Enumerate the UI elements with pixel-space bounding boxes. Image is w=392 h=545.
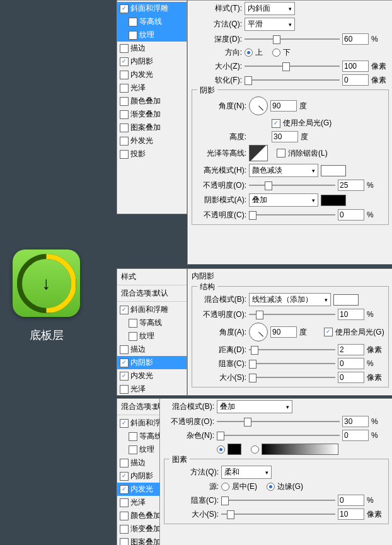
effect-item[interactable]: 内发光: [117, 68, 187, 81]
is-global-light-checkbox[interactable]: ✓: [324, 328, 333, 336]
effect-checkbox[interactable]: ✓: [120, 419, 129, 428]
antialias-checkbox[interactable]: [277, 149, 285, 158]
is-choke-input[interactable]: 0: [338, 358, 364, 369]
dir-down-radio[interactable]: [272, 49, 280, 57]
is-angle-dial[interactable]: [249, 323, 268, 341]
ig-opacity-slider[interactable]: [217, 417, 340, 426]
hl-mode-dropdown[interactable]: 颜色减淡: [249, 164, 318, 177]
effect-checkbox[interactable]: [129, 31, 137, 40]
altitude-input[interactable]: 30: [272, 131, 298, 142]
effect-item[interactable]: 光泽: [117, 81, 187, 95]
sh-mode-dropdown[interactable]: 叠加: [249, 193, 318, 207]
effect-checkbox[interactable]: ✓: [120, 57, 129, 66]
is-blend-dropdown[interactable]: 线性减淡（添加）: [249, 293, 331, 306]
depth-input[interactable]: 60: [342, 33, 369, 45]
effect-checkbox[interactable]: [120, 97, 129, 106]
angle-dial[interactable]: [249, 96, 268, 115]
size-input[interactable]: 100: [342, 60, 369, 72]
ig-edge-radio[interactable]: [267, 483, 275, 491]
effect-item[interactable]: 等高线: [117, 316, 187, 330]
effect-item[interactable]: 外发光: [117, 134, 187, 147]
blend-header[interactable]: 混合选项:默认: [117, 285, 187, 302]
effect-checkbox[interactable]: ✓: [120, 472, 129, 481]
sh-opacity-input[interactable]: 0: [338, 209, 364, 221]
is-choke-slider[interactable]: [249, 359, 335, 368]
ig-size-input[interactable]: 10: [338, 508, 364, 520]
ig-solid-radio[interactable]: [217, 445, 225, 454]
effect-item[interactable]: 渐变叠加: [117, 108, 187, 121]
hl-color-swatch[interactable]: [321, 165, 346, 176]
effect-checkbox[interactable]: [120, 84, 129, 93]
is-size-slider[interactable]: [249, 373, 335, 382]
effect-checkbox[interactable]: [120, 385, 129, 394]
dir-up-radio[interactable]: [245, 49, 253, 57]
effect-item[interactable]: 描边: [117, 343, 187, 356]
is-distance-slider[interactable]: [249, 345, 335, 354]
effect-checkbox[interactable]: [120, 498, 129, 507]
effect-checkbox[interactable]: [129, 319, 137, 328]
effect-checkbox[interactable]: [129, 18, 137, 26]
ig-center-radio[interactable]: [221, 483, 229, 491]
effect-item[interactable]: 等高线: [117, 15, 187, 28]
hl-opacity-input[interactable]: 25: [338, 180, 364, 191]
effect-checkbox[interactable]: [129, 332, 137, 341]
ig-choke-slider[interactable]: [221, 496, 335, 505]
sh-opacity-slider[interactable]: [249, 210, 335, 219]
ig-gradient-swatch[interactable]: [262, 444, 338, 455]
effect-checkbox[interactable]: [120, 137, 129, 146]
ig-choke-input[interactable]: 0: [338, 495, 364, 506]
is-size-input[interactable]: 0: [338, 372, 364, 383]
effect-item[interactable]: ✓内阴影: [117, 55, 187, 68]
soften-input[interactable]: 0: [342, 74, 369, 86]
is-distance-input[interactable]: 2: [338, 344, 364, 355]
ig-method-dropdown[interactable]: 柔和: [221, 466, 272, 479]
effect-item[interactable]: 颜色叠加: [117, 95, 187, 108]
effect-item[interactable]: ✓斜面和浮雕: [117, 2, 187, 15]
effect-checkbox[interactable]: [120, 538, 129, 546]
ig-opacity-input[interactable]: 30: [342, 416, 369, 427]
effect-checkbox[interactable]: [120, 71, 129, 79]
hl-opacity-slider[interactable]: [249, 181, 335, 190]
effect-item[interactable]: 描边: [117, 42, 187, 55]
gloss-contour-picker[interactable]: [249, 145, 268, 161]
global-light-checkbox[interactable]: ✓: [272, 119, 280, 128]
ig-blend-dropdown[interactable]: 叠加: [217, 400, 292, 413]
style-dropdown[interactable]: 内斜面: [245, 2, 295, 15]
effect-checkbox[interactable]: ✓: [120, 306, 129, 314]
sh-color-swatch[interactable]: [321, 195, 346, 206]
is-color-swatch[interactable]: [333, 294, 359, 306]
effect-item[interactable]: 图案叠加: [117, 121, 187, 134]
effect-item[interactable]: ✓斜面和浮雕: [117, 303, 187, 316]
effect-checkbox[interactable]: [120, 123, 129, 132]
effect-checkbox[interactable]: [120, 345, 129, 354]
effect-item[interactable]: 光泽: [117, 382, 187, 396]
effect-checkbox[interactable]: [120, 150, 129, 159]
ig-noise-slider[interactable]: [217, 431, 340, 440]
effect-item[interactable]: ✓内发光: [117, 369, 187, 382]
styles-header[interactable]: 样式: [117, 269, 187, 285]
is-opacity-input[interactable]: 10: [338, 309, 364, 320]
effect-checkbox[interactable]: ✓: [120, 359, 129, 367]
effect-checkbox[interactable]: [120, 110, 129, 119]
is-opacity-slider[interactable]: [249, 310, 335, 319]
effect-checkbox[interactable]: ✓: [120, 372, 129, 381]
effect-checkbox[interactable]: [120, 525, 129, 534]
effect-checkbox[interactable]: ✓: [120, 4, 129, 13]
size-slider[interactable]: [245, 62, 340, 71]
ig-gradient-radio[interactable]: [251, 445, 259, 454]
soften-slider[interactable]: [245, 76, 340, 84]
method-dropdown[interactable]: 平滑: [245, 18, 295, 31]
effect-item[interactable]: 纹理: [117, 28, 187, 42]
ig-noise-input[interactable]: 0: [342, 430, 369, 441]
effect-checkbox[interactable]: ✓: [120, 485, 129, 494]
effect-checkbox[interactable]: [129, 445, 137, 454]
effect-checkbox[interactable]: [120, 512, 129, 520]
effect-item[interactable]: ✓内阴影: [117, 356, 187, 369]
angle-input[interactable]: 90: [270, 100, 297, 112]
effect-item[interactable]: 纹理: [117, 330, 187, 343]
ig-color-swatch[interactable]: [228, 444, 241, 455]
depth-slider[interactable]: [245, 35, 340, 43]
effect-checkbox[interactable]: [120, 459, 129, 468]
is-angle-input[interactable]: 90: [270, 326, 297, 338]
effect-checkbox[interactable]: [129, 432, 137, 441]
